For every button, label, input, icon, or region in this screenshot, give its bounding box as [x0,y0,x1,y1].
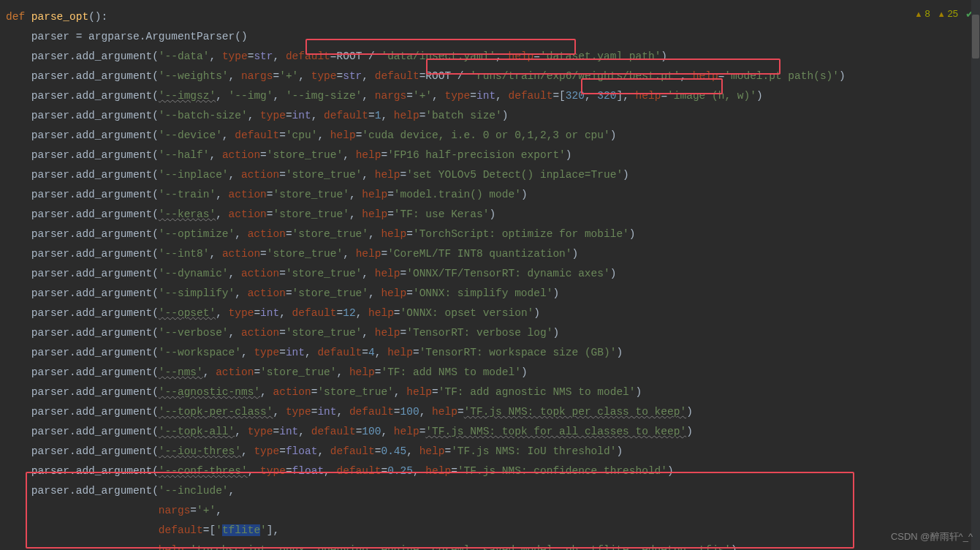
code-line: parser.add_argument('--topk-per-class', … [0,402,980,422]
inspection-badges: 8 25 ✔ [915,4,974,23]
code-line: parser.add_argument('--keras', action='s… [0,205,980,225]
code-line: parser.add_argument('--dynamic', action=… [0,264,980,284]
code-line: default=[''tflite'tflite'], [0,521,980,540]
code-line: parser.add_argument('--data', type=str, … [0,47,980,67]
code-line: parser = argparse.ArgumentParser() [0,27,980,47]
punct: (): [88,11,107,23]
code-line: parser.add_argument('--imgsz', '--img', … [0,86,980,106]
code-line: parser.add_argument('--workspace', type=… [0,343,980,363]
watermark: CSDN @醉雨轩^_^ [891,528,973,546]
code-line: parser.add_argument('--opset', type=int,… [0,304,980,323]
code-line: help='torchscript, onnx, openvino, engin… [0,540,980,550]
code-line: parser.add_argument('--optimize', action… [0,225,980,244]
code-line: parser.add_argument('--inplace', action=… [0,165,980,185]
code-line: parser.add_argument('--verbose', action=… [0,323,980,343]
code-line: parser.add_argument('--include', [0,481,980,501]
code-line: parser.add_argument('--train', action='s… [0,185,980,205]
function-name: parse_opt [31,11,88,23]
code-line: parser.add_argument('--agnostic-nms', ac… [0,383,980,402]
code-line: def parse_opt(): [0,7,980,27]
keyword-def: def [6,11,31,23]
code-line: parser.add_argument('--conf-thres', type… [0,462,980,481]
code-line: parser.add_argument('--iou-thres', type=… [0,442,980,462]
code-line: parser.add_argument('--batch-size', type… [0,106,980,126]
warning-icon: 8 [915,5,930,23]
code-line: parser.add_argument('--device', default=… [0,126,980,146]
scroll-thumb[interactable] [972,15,979,59]
code-line: parser.add_argument('--half', action='st… [0,146,980,165]
code-line: parser.add_argument('--topk-all', type=i… [0,422,980,442]
code-line: parser.add_argument('--int8', action='st… [0,244,980,264]
code-editor[interactable]: def parse_opt(): parser = argparse.Argum… [0,0,980,550]
code-line: parser.add_argument('--weights', nargs='… [0,67,980,86]
warning-icon: 25 [938,5,958,23]
code-line: parser.add_argument('--nms', action='sto… [0,363,980,383]
code-line: nargs='+', [0,501,980,521]
scrollbar-vertical[interactable] [971,0,980,550]
code-line: parser.add_argument('--simplify', action… [0,284,980,304]
